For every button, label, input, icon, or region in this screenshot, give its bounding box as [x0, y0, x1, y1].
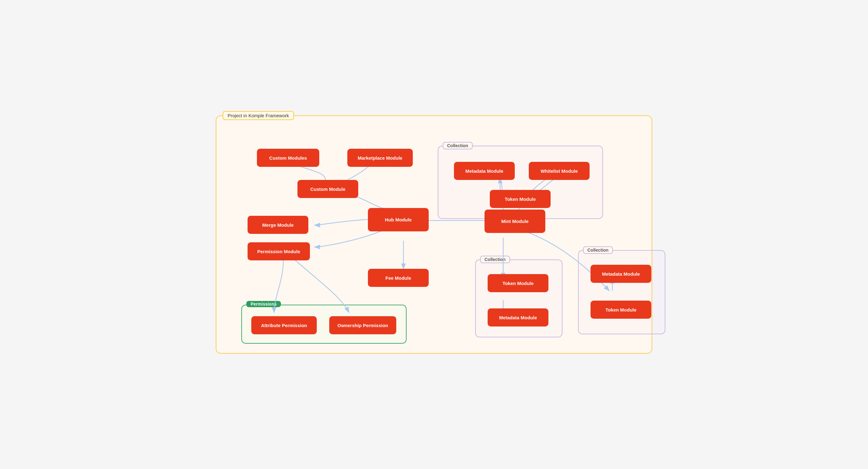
collection-top-label: Collection — [443, 142, 473, 149]
frame-title: Project in Komple Framework — [223, 111, 294, 120]
collection-mid-label: Collection — [480, 256, 510, 263]
mint-module-box: Mint Module — [485, 210, 545, 233]
marketplace-module-box: Marketplace Module — [347, 149, 413, 167]
ownership-permission-box: Ownership Permission — [329, 316, 396, 334]
collection-right-label: Collection — [583, 246, 613, 254]
metadata-module-right-box: Metadata Module — [590, 265, 651, 283]
outer-frame: Project in Komple Framework — [216, 115, 652, 354]
permissions-label: Permissions — [246, 301, 281, 307]
diagram: Custom Modules Marketplace Module Custom… — [226, 125, 642, 344]
permission-module-box: Permission Module — [248, 242, 310, 260]
custom-module-box: Custom Module — [298, 180, 358, 198]
metadata-module-mid-box: Metadata Module — [488, 308, 549, 326]
collection-right-box: Collection Metadata Module Token Module — [578, 250, 665, 334]
merge-module-box: Merge Module — [248, 216, 308, 234]
custom-modules-box: Custom Modules — [257, 149, 319, 167]
collection-top-box: Collection Metadata Module Whitelist Mod… — [438, 146, 603, 219]
metadata-module-top-box: Metadata Module — [454, 162, 515, 180]
collection-mid-box: Collection Token Module Metadata Module — [475, 259, 562, 337]
fee-module-box: Fee Module — [368, 269, 429, 287]
permissions-box: Permissions Attribute Permission Ownersh… — [241, 305, 407, 344]
attribute-permission-box: Attribute Permission — [251, 316, 317, 334]
whitelist-module-box: Whitelist Module — [529, 162, 590, 180]
token-module-top-box: Token Module — [490, 190, 551, 208]
hub-module-box: Hub Module — [368, 208, 429, 231]
token-module-mid-box: Token Module — [488, 274, 549, 292]
token-module-right-box: Token Module — [590, 301, 651, 319]
